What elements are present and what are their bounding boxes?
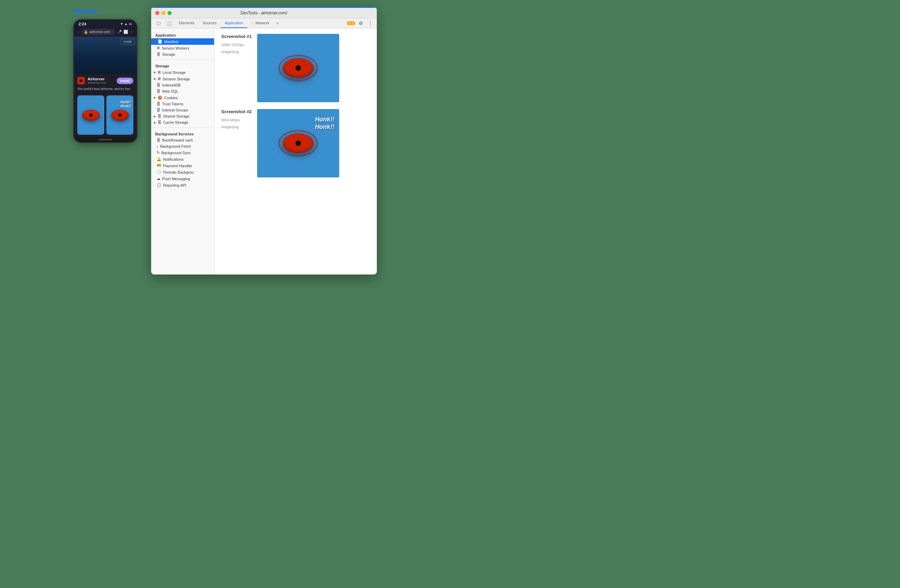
tab-sources[interactable]: Sources [199, 19, 220, 28]
app-dot [80, 79, 82, 82]
cache-label: Cache Storage [163, 120, 188, 124]
sidebar-item-storage[interactable]: 🗄 Storage [151, 51, 214, 57]
push-icon: ☁ [157, 176, 160, 181]
ig-icon: 🗄 [157, 108, 160, 112]
phone-screenshot-2: Honk!!Honk!! [106, 95, 133, 135]
inspect-icon[interactable]: ⬡ [154, 19, 163, 28]
pbs-icon: 🕐 [157, 170, 161, 174]
device-icon[interactable]: ⬜ [163, 19, 175, 28]
notif-icon: 🔔 [157, 157, 161, 161]
shared-icon: 🗄 [158, 114, 161, 118]
screenshot-1-info: Screenshot #1 1080×1920px image/png [221, 34, 252, 57]
sidebar-item-bfcache[interactable]: 🗄 Back/forward cach [151, 137, 214, 143]
tab-network[interactable]: ⚠ Network [247, 19, 273, 28]
screenshot-1-type: image/png [221, 48, 252, 55]
install-button[interactable]: Install [116, 78, 133, 84]
notif-label: Notifications [163, 157, 184, 161]
devtools-tabs-bar: ⬡ ⬜ Elements Sources Application ⚠ Netwo… [151, 19, 377, 28]
bgf-icon: ↕ [157, 144, 159, 148]
mic-icon[interactable]: 🎤 [117, 30, 122, 34]
more-icon[interactable]: ⋮ [130, 30, 133, 34]
screenshot-1-size: 1080×1920px [221, 42, 252, 48]
bluetooth-icon: ✦ [120, 22, 123, 26]
sidebar-item-trust-tokens[interactable]: 🗄 Trust Tokens [151, 101, 214, 107]
sidebar-section-storage: Storage [151, 62, 214, 69]
devtools-titlebar: DevTools - airhorner.com/ [151, 8, 377, 19]
sidebar-item-cache-storage[interactable]: ▶ 🗄 Cache Storage [151, 119, 214, 126]
screenshot-2-title: Screenshot #2 [221, 109, 252, 114]
ls-arrow: ▶ [154, 71, 156, 74]
tab-application[interactable]: Application [220, 19, 247, 28]
phone-screenshot-1 [77, 95, 104, 135]
more-tabs-icon[interactable]: » [273, 19, 281, 28]
websql-icon: 🗄 [157, 89, 160, 93]
screenshot-2-meta: 360×640px image/png [221, 117, 252, 130]
settings-icon[interactable]: ⚙ [357, 20, 365, 26]
horn-center-1 [89, 113, 93, 117]
storage-icon: 🗄 [157, 52, 160, 56]
horn-center-main-2 [295, 141, 301, 146]
sidebar-item-interest-groups[interactable]: 🗄 Interest Groups [151, 107, 214, 113]
install-top-button[interactable]: Install [120, 39, 135, 45]
network-warning-icon: ⚠ [251, 21, 254, 25]
trust-icon: 🗄 [157, 102, 160, 106]
devtools-title: DevTools - airhorner.com/ [241, 11, 287, 16]
main-panel: Screenshot #1 1080×1920px image/png [214, 28, 377, 275]
sidebar-item-websql[interactable]: 🗄 Web SQL [151, 88, 214, 95]
maximize-button[interactable] [168, 11, 172, 15]
sidebar-item-service-workers[interactable]: ⚙ Service Workers [151, 45, 214, 51]
more-devtools-icon[interactable]: ⋮ [366, 20, 374, 26]
home-indicator [98, 139, 112, 140]
sidebar-item-push[interactable]: ☁ Push Messaging [151, 175, 214, 182]
screenshot-preview-2: Honk!!Honk!! [257, 109, 339, 177]
sidebar-item-session-storage[interactable]: ▶ ⊞ Session Storage [151, 76, 214, 82]
screenshot-1-title: Screenshot #1 [221, 34, 252, 39]
sidebar-item-notifications[interactable]: 🔔 Notifications [151, 156, 214, 162]
manifest-arrow: ▶ [154, 40, 156, 43]
idb-icon: 🗄 [157, 83, 160, 87]
manifest-label: Manifest [164, 40, 178, 44]
ls-icon: ⊞ [158, 70, 161, 74]
sidebar-section-application: Application [151, 31, 214, 38]
sidebar-item-local-storage[interactable]: ▶ ⊞ Local Storage [151, 69, 214, 76]
sidebar-item-periodic-bg[interactable]: 🕐 Periodic Backgrou [151, 169, 214, 175]
sidebar-item-shared-storage[interactable]: ▶ 🗄 Shared Storage [151, 113, 214, 119]
phone-tagline: The world's best airhorner, and it's fre… [74, 87, 137, 93]
sidebar-item-reporting[interactable]: 📋 Reporting API [151, 182, 214, 188]
sidebar-item-bg-fetch[interactable]: ↕ Background Fetch [151, 143, 214, 149]
sidebar-item-manifest[interactable]: ▶ 📄 Manifest [151, 38, 214, 45]
screenshot-preview-1 [257, 34, 339, 102]
storage-label: Storage [162, 52, 175, 56]
sidebar-item-cookies[interactable]: ▶ 🍪 Cookies [151, 95, 214, 101]
mobile-label: Mobile [73, 7, 97, 16]
pay-label: Payment Handler [163, 164, 192, 168]
phone-time: 2:24 [79, 22, 86, 26]
websql-label: Web SQL [162, 89, 178, 93]
horn-main-1 [283, 58, 313, 78]
phone-address-bar[interactable]: ⌂ 🔒 airhorner.com 🎤 ⬜ ⋮ [74, 27, 137, 37]
minimize-button[interactable] [161, 11, 166, 15]
bgs-icon: ↻ [157, 150, 160, 155]
sw-label: Service Workers [162, 46, 189, 50]
screenshot-2-type: image/png [221, 124, 252, 130]
phone-install-banner: Airhorner airhorner.com Install [74, 74, 137, 87]
sidebar-section-bg-services: Background Services [151, 130, 214, 137]
tab-icon[interactable]: ⬜ [123, 30, 128, 34]
horn-center-main-1 [295, 65, 301, 71]
tab-elements[interactable]: Elements [175, 19, 199, 28]
ls-label: Local Storage [163, 70, 186, 74]
shared-label: Shared Storage [163, 114, 189, 118]
sidebar-item-payment[interactable]: 💳 Payment Handler [151, 162, 214, 169]
close-button[interactable] [155, 11, 159, 15]
phone-address-input[interactable]: 🔒 airhorner.com [81, 29, 115, 35]
sidebar-item-indexeddb[interactable]: 🗄 IndexedDB [151, 82, 214, 88]
sidebar-item-bg-sync[interactable]: ↻ Background Sync [151, 149, 214, 156]
home-icon: ⌂ [77, 30, 79, 34]
screenshot-section-2: Screenshot #2 360×640px image/png Honk!!… [221, 109, 370, 177]
screenshot-1-meta: 1080×1920px image/png [221, 42, 252, 55]
battery-icon: ▭ [129, 22, 132, 26]
divider-2 [151, 127, 214, 128]
window-controls [155, 11, 172, 15]
app-name: Airhorner [87, 77, 114, 81]
horn-main-2 [283, 133, 313, 153]
